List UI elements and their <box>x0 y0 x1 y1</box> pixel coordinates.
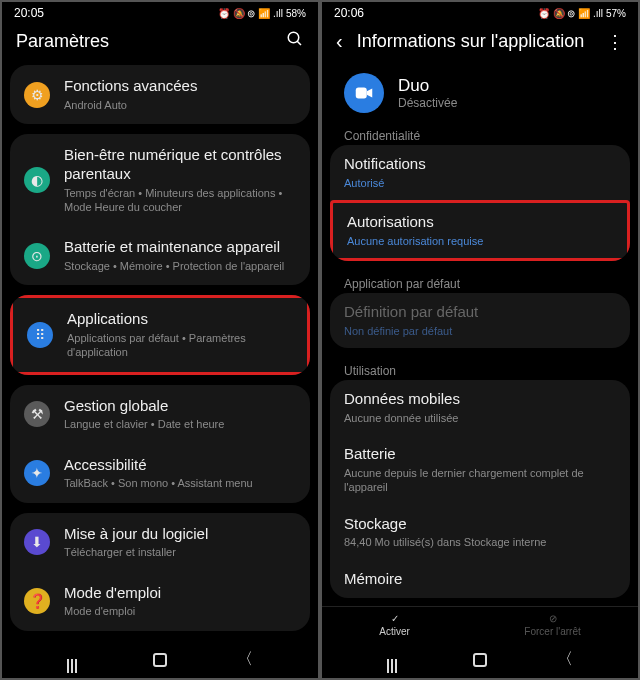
check-icon: ✓ <box>391 613 399 624</box>
settings-item-update[interactable]: ⬇ Mise à jour du logiciel Télécharger et… <box>10 513 310 572</box>
apps-icon: ⠿ <box>27 322 53 348</box>
settings-header: Paramètres <box>2 22 318 65</box>
section-usage: Utilisation <box>330 358 630 380</box>
item-storage[interactable]: Stockage 84,40 Mo utilisé(s) dans Stocka… <box>330 505 630 560</box>
wellbeing-icon: ◐ <box>24 167 50 193</box>
update-icon: ⬇ <box>24 529 50 555</box>
settings-item-general[interactable]: ⚒ Gestion globale Langue et clavier • Da… <box>10 385 310 444</box>
item-battery-usage[interactable]: Batterie Aucune depuis le dernier charge… <box>330 435 630 504</box>
stop-icon: ⊘ <box>549 613 557 624</box>
nav-back-button[interactable]: 〈 <box>557 649 573 670</box>
app-action-bar: ✓ Activer ⊘ Forcer l'arrêt <box>322 606 638 639</box>
settings-item-battery[interactable]: ⊙ Batterie et maintenance appareil Stock… <box>10 226 310 285</box>
battery-icon: ⊙ <box>24 243 50 269</box>
phone-right-app-info: 20:06 ⏰ 🔕 ⊚ 📶 .ıll 57% ‹ Informations su… <box>322 2 638 678</box>
nav-recent-button[interactable] <box>387 659 403 661</box>
general-icon: ⚒ <box>24 401 50 427</box>
status-indicators: ⏰ 🔕 ⊚ 📶 .ıll 57% <box>538 8 626 19</box>
settings-item-manual[interactable]: ❓ Mode d'emploi Mode d'emploi <box>10 572 310 631</box>
item-notifications[interactable]: Notifications Autorisé <box>330 145 630 200</box>
app-name: Duo <box>398 76 457 96</box>
svg-line-1 <box>297 41 301 45</box>
item-memory[interactable]: Mémoire <box>330 560 630 599</box>
status-time: 20:06 <box>334 6 364 20</box>
nav-home-button[interactable] <box>473 653 487 667</box>
more-icon[interactable]: ⋮ <box>606 31 624 53</box>
status-indicators: ⏰ 🔕 ⊚ 📶 .ıll 58% <box>218 8 306 19</box>
nav-recent-button[interactable] <box>67 659 83 661</box>
android-navbar: 〈 <box>2 639 318 678</box>
settings-item-accessibility[interactable]: ✦ Accessibilité TalkBack • Son mono • As… <box>10 444 310 503</box>
settings-list: ⚙ Fonctions avancées Android Auto ◐ Bien… <box>2 65 318 639</box>
app-info-header: ‹ Informations sur l'application ⋮ <box>322 22 638 65</box>
page-title: Paramètres <box>16 31 272 52</box>
settings-item-applications[interactable]: ⠿ Applications Applications par défaut •… <box>10 295 310 374</box>
activate-button[interactable]: ✓ Activer <box>379 613 410 637</box>
settings-item-wellbeing[interactable]: ◐ Bien-être numérique et contrôles paren… <box>10 134 310 226</box>
duo-app-icon <box>344 73 384 113</box>
manual-icon: ❓ <box>24 588 50 614</box>
back-icon[interactable]: ‹ <box>336 30 343 53</box>
section-default: Application par défaut <box>330 271 630 293</box>
svg-rect-2 <box>356 88 367 99</box>
android-navbar: 〈 <box>322 639 638 678</box>
force-stop-button: ⊘ Forcer l'arrêt <box>524 613 580 637</box>
app-header: Duo Désactivée <box>330 65 630 123</box>
item-default[interactable]: Définition par défaut Non définie par dé… <box>330 293 630 348</box>
item-mobile-data[interactable]: Données mobiles Aucune donnée utilisée <box>330 380 630 435</box>
status-time: 20:05 <box>14 6 44 20</box>
settings-item-advanced[interactable]: ⚙ Fonctions avancées Android Auto <box>10 65 310 124</box>
page-title: Informations sur l'application <box>357 31 592 52</box>
nav-back-button[interactable]: 〈 <box>237 649 253 670</box>
accessibility-icon: ✦ <box>24 460 50 486</box>
app-status: Désactivée <box>398 96 457 110</box>
nav-home-button[interactable] <box>153 653 167 667</box>
search-icon[interactable] <box>286 30 304 53</box>
advanced-icon: ⚙ <box>24 82 50 108</box>
status-bar: 20:06 ⏰ 🔕 ⊚ 📶 .ıll 57% <box>322 2 638 22</box>
app-info-content: Duo Désactivée Confidentialité Notificat… <box>322 65 638 606</box>
item-permissions[interactable]: Autorisations Aucune autorisation requis… <box>330 200 630 261</box>
phone-left-settings: 20:05 ⏰ 🔕 ⊚ 📶 .ıll 58% Paramètres ⚙ Fonc… <box>2 2 318 678</box>
svg-point-0 <box>288 32 299 43</box>
status-bar: 20:05 ⏰ 🔕 ⊚ 📶 .ıll 58% <box>2 2 318 22</box>
section-privacy: Confidentialité <box>330 123 630 145</box>
